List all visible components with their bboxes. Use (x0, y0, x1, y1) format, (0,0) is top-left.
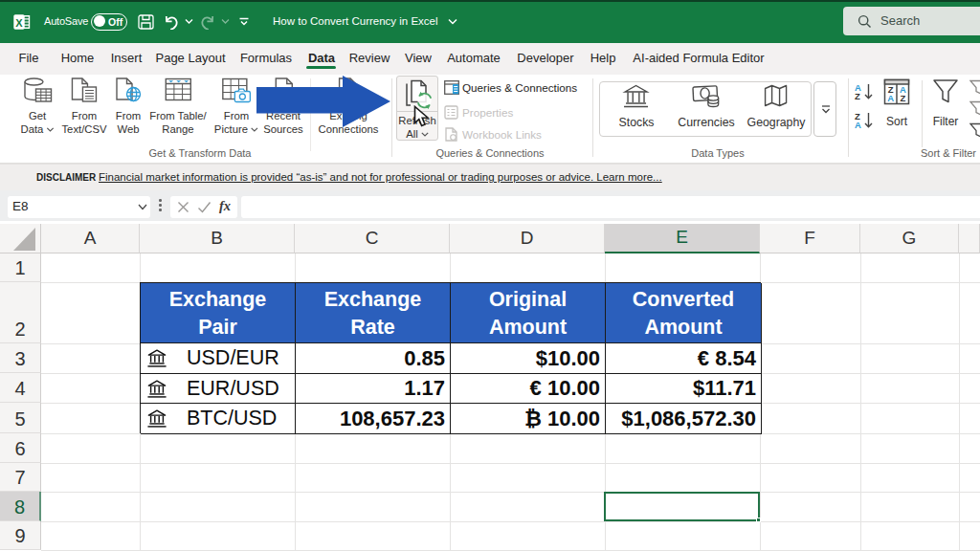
svg-text:X: X (15, 17, 23, 29)
svg-text:Z: Z (900, 93, 905, 103)
svg-text:A: A (887, 93, 894, 103)
